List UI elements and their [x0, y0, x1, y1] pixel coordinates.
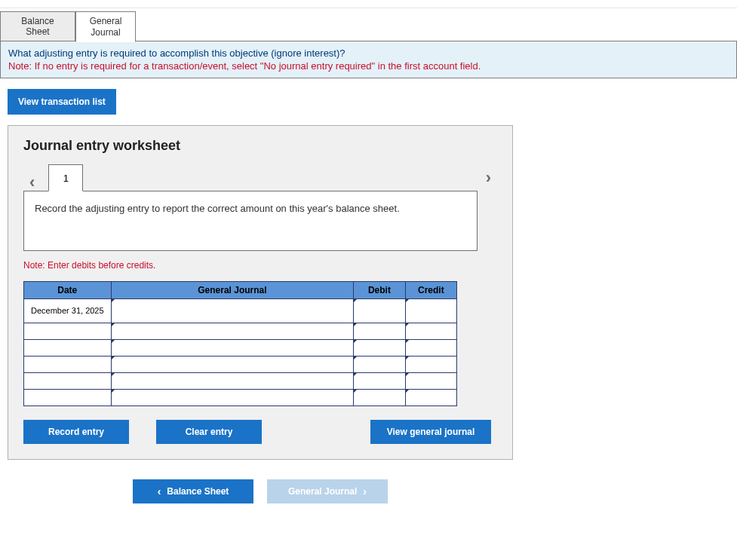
journal-entry-table: Date General Journal Debit Credit Decemb… — [23, 281, 457, 406]
cell-date — [24, 373, 112, 390]
chevron-left-icon: ‹ — [158, 485, 161, 497]
cell-account-select[interactable] — [111, 323, 354, 340]
table-row — [24, 340, 457, 357]
cell-date — [24, 340, 112, 357]
question-text: What adjusting entry is required to acco… — [8, 47, 729, 59]
cell-debit-input[interactable] — [354, 373, 405, 390]
nav-prev-balance-sheet[interactable]: ‹ Balance Sheet — [133, 479, 253, 503]
view-transaction-list-button[interactable]: View transaction list — [8, 89, 116, 115]
cell-credit-input[interactable] — [405, 357, 456, 373]
worksheet-panel: Journal entry worksheet ‹ 1 › Record the… — [8, 125, 513, 460]
cell-debit-input[interactable] — [354, 323, 405, 340]
col-header-date: Date — [24, 282, 112, 299]
cell-date — [24, 390, 112, 406]
nav-next-label: General Journal — [288, 486, 357, 497]
cell-account-select[interactable] — [111, 340, 354, 357]
info-panel: What adjusting entry is required to acco… — [0, 41, 737, 78]
pager: ‹ 1 › — [23, 164, 497, 191]
view-general-journal-button[interactable]: View general journal — [370, 420, 491, 444]
cell-account-select[interactable] — [111, 390, 354, 406]
instruction-box: Record the adjusting entry to report the… — [23, 191, 478, 251]
cell-debit-input[interactable] — [354, 357, 405, 373]
prev-entry-chevron-icon[interactable]: ‹ — [23, 174, 41, 191]
entry-page-tab[interactable]: 1 — [48, 164, 83, 191]
cell-credit-input[interactable] — [405, 340, 456, 357]
nav-prev-label: Balance Sheet — [167, 486, 229, 497]
table-row — [24, 390, 457, 406]
table-row — [24, 323, 457, 340]
tab-general-journal[interactable]: General Journal — [75, 11, 136, 42]
table-row — [24, 373, 457, 390]
cell-credit-input[interactable] — [405, 323, 456, 340]
col-header-credit: Credit — [405, 282, 456, 299]
cell-debit-input[interactable] — [354, 340, 405, 357]
tab-balance-sheet[interactable]: Balance Sheet — [0, 11, 75, 41]
clear-entry-button[interactable]: Clear entry — [156, 420, 262, 444]
worksheet-title: Journal entry worksheet — [23, 138, 497, 154]
chevron-right-icon: › — [363, 485, 367, 497]
debits-before-credits-note: Note: Enter debits before credits. — [23, 260, 497, 271]
worksheet-buttons: Record entry Clear entry View general jo… — [23, 420, 491, 444]
nav-next-general-journal[interactable]: General Journal › — [267, 479, 388, 503]
cell-account-select[interactable] — [111, 357, 354, 373]
cell-date — [24, 323, 112, 340]
next-entry-chevron-icon[interactable]: › — [480, 170, 497, 186]
col-header-debit: Debit — [354, 282, 405, 299]
cell-debit-input[interactable] — [354, 299, 405, 323]
cell-account-select[interactable] — [111, 373, 354, 390]
table-row: December 31, 2025 — [24, 299, 457, 323]
cell-credit-input[interactable] — [405, 373, 456, 390]
cell-credit-input[interactable] — [405, 390, 456, 406]
cell-debit-input[interactable] — [354, 390, 405, 406]
cell-date: December 31, 2025 — [24, 299, 112, 323]
question-note: Note: If no entry is required for a tran… — [8, 60, 729, 72]
table-row — [24, 357, 457, 373]
bottom-nav: ‹ Balance Sheet General Journal › — [8, 479, 513, 503]
cell-date — [24, 357, 112, 373]
cell-credit-input[interactable] — [405, 299, 456, 323]
record-entry-button[interactable]: Record entry — [23, 420, 129, 444]
cell-account-select[interactable] — [111, 299, 354, 323]
top-tabs: Balance Sheet General Journal — [0, 11, 737, 41]
col-header-general-journal: General Journal — [111, 282, 354, 299]
